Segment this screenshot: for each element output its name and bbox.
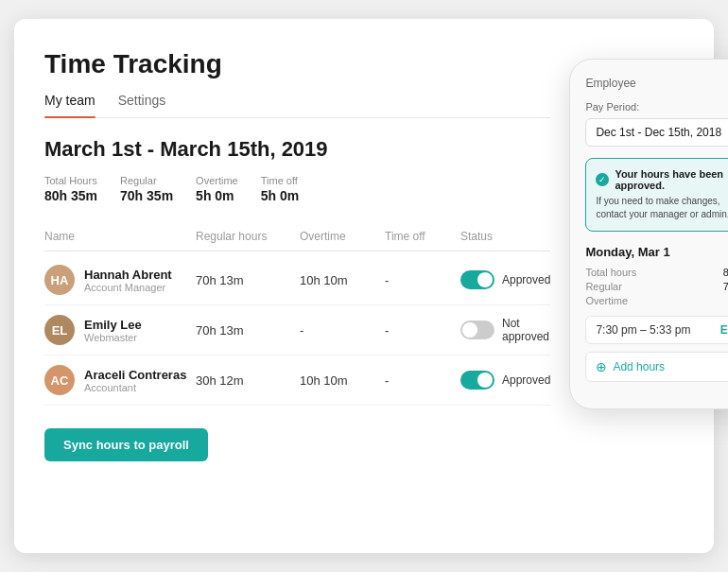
tab-my-team[interactable]: My team bbox=[44, 93, 95, 117]
check-icon: ✓ bbox=[596, 173, 609, 186]
summary-row: Total Hours 80h 35m Regular 70h 35m Over… bbox=[44, 175, 550, 203]
time-entry-row: 7:30 pm – 5:33 pm Edit bbox=[585, 316, 728, 344]
main-container: Time Tracking My team Settings March 1st… bbox=[14, 19, 714, 553]
left-panel: Time Tracking My team Settings March 1st… bbox=[44, 49, 569, 523]
status-cell: Not approved bbox=[460, 317, 550, 343]
summary-overtime: Overtime 5h 0m bbox=[196, 175, 238, 203]
avatar: EL bbox=[44, 315, 75, 345]
stat-total-hours: Total hours 8h 3m bbox=[585, 267, 728, 278]
approved-header: ✓ Your hours have been approved. bbox=[596, 168, 728, 191]
col-overtime: Overtime bbox=[300, 230, 385, 243]
employee-cell: AC Araceli Contreras Accountant bbox=[44, 365, 196, 395]
page-title: Time Tracking bbox=[44, 49, 550, 79]
tab-settings[interactable]: Settings bbox=[118, 93, 166, 117]
employee-cell: EL Emily Lee Webmaster bbox=[44, 315, 196, 345]
summary-regular: Regular 70h 35m bbox=[120, 175, 173, 203]
avatar: HA bbox=[44, 265, 75, 295]
phone-header: Employee ... bbox=[585, 75, 728, 92]
col-status: Status bbox=[460, 230, 550, 243]
stat-regular: Regular 7h 3m bbox=[585, 281, 728, 292]
col-time-off: Time off bbox=[385, 230, 460, 243]
status-cell: Approved bbox=[460, 270, 550, 289]
day-stats: Total hours 8h 3m Regular 7h 3m Overtime… bbox=[585, 267, 728, 306]
date-range: March 1st - March 15th, 2019 bbox=[44, 137, 550, 162]
table-row: HA Hannah Abrent Account Manager 70h 13m… bbox=[44, 255, 550, 305]
pay-period-select[interactable]: Dec 1st - Dec 15th, 2018 ▾ bbox=[585, 118, 728, 147]
approved-box: ✓ Your hours have been approved. If you … bbox=[585, 158, 728, 232]
summary-total-hours: Total Hours 80h 35m bbox=[44, 175, 97, 203]
toggle-araceli[interactable] bbox=[460, 371, 494, 390]
status-cell: Approved bbox=[460, 371, 550, 390]
toggle-emily[interactable] bbox=[460, 321, 494, 339]
day-section: Monday, Mar 1 Total hours 8h 3m Regular … bbox=[585, 245, 728, 382]
col-name: Name bbox=[44, 230, 196, 243]
stat-overtime: Overtime 1h bbox=[585, 295, 728, 306]
phone-container: Employee ... Pay Period: Dec 1st - Dec 1… bbox=[569, 49, 728, 523]
summary-time-off: Time off 5h 0m bbox=[261, 175, 299, 203]
plus-icon: ⊕ bbox=[596, 359, 607, 374]
table-header: Name Regular hours Overtime Time off Sta… bbox=[44, 222, 550, 251]
add-hours-button[interactable]: ⊕ Add hours bbox=[585, 352, 728, 382]
toggle-hannah[interactable] bbox=[460, 270, 494, 289]
table-row: EL Emily Lee Webmaster 70h 13m - - Not a… bbox=[44, 305, 550, 355]
tabs-bar: My team Settings bbox=[44, 93, 550, 118]
table-row: AC Araceli Contreras Accountant 30h 12m … bbox=[44, 355, 550, 406]
sync-button[interactable]: Sync hours to payroll bbox=[44, 428, 208, 461]
edit-link[interactable]: Edit bbox=[720, 323, 728, 337]
avatar: AC bbox=[44, 365, 75, 395]
col-regular: Regular hours bbox=[196, 230, 300, 243]
phone-mockup: Employee ... Pay Period: Dec 1st - Dec 1… bbox=[569, 59, 728, 409]
employee-cell: HA Hannah Abrent Account Manager bbox=[44, 265, 196, 295]
